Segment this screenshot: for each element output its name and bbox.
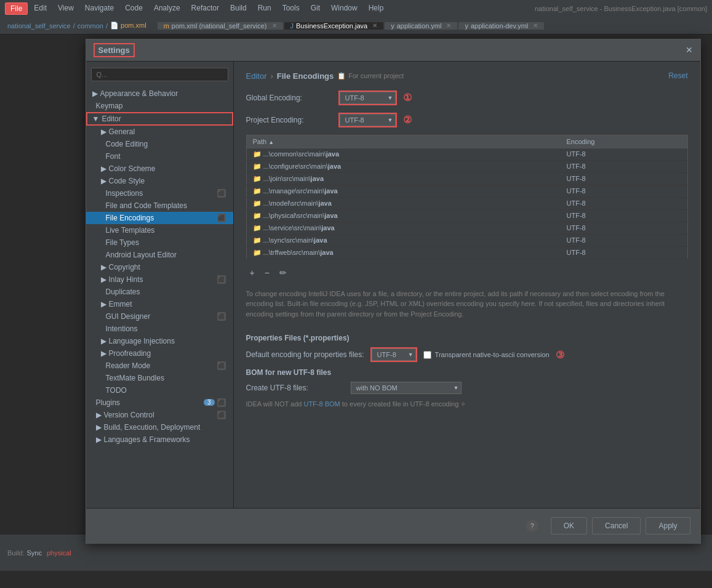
nav-item-copyright[interactable]: ▶ Copyright	[86, 261, 233, 273]
project-encoding-select[interactable]: UTF-8 UTF-16 ISO-8859-1	[340, 114, 396, 126]
nav-item-languages[interactable]: ▶ Languages & Frameworks	[86, 433, 233, 446]
tab-businessexception[interactable]: J BusinessException.java ✕	[284, 22, 384, 30]
menu-git[interactable]: Git	[306, 2, 325, 15]
nav-item-appearance[interactable]: ▶ Appearance & Behavior	[86, 87, 233, 100]
menu-edit[interactable]: Edit	[29, 2, 52, 15]
nav-item-inlay-hints[interactable]: ▶ Inlay Hints ⬛	[86, 273, 233, 286]
tab-application-yml[interactable]: y application.yml ✕	[385, 22, 457, 30]
nav-item-live-templates[interactable]: Live Templates	[86, 224, 233, 236]
help-button[interactable]: ?	[526, 520, 538, 532]
menu-navigate[interactable]: Navigate	[80, 2, 119, 15]
folder-icon: 📁	[253, 175, 262, 182]
menu-analyze[interactable]: Analyze	[149, 2, 185, 15]
dialog-close-button[interactable]: ✕	[686, 45, 693, 55]
path-prefix: ...\service\src\main\	[263, 224, 322, 232]
nav-item-textmate-bundles[interactable]: TextMate Bundles	[86, 372, 233, 384]
nav-item-gui-designer[interactable]: GUI Designer ⬛	[86, 310, 233, 323]
arrow-general: ▶	[101, 127, 106, 136]
tab-close-dev-yml[interactable]: ✕	[533, 22, 538, 29]
nav-item-android-layout[interactable]: Android Layout Editor	[86, 249, 233, 261]
nav-item-emmet[interactable]: ▶ Emmet	[86, 298, 233, 310]
tab-application-dev-yml[interactable]: y application-dev.yml ✕	[458, 22, 544, 30]
nav-section: ▶ Appearance & Behavior Keymap ▼ Editor	[86, 86, 233, 447]
default-encoding-select[interactable]: UTF-8 UTF-16	[372, 348, 416, 361]
table-row[interactable]: 📁 ...\manage\src\main\java UTF-8	[246, 185, 687, 197]
nav-item-code-editing[interactable]: Code Editing	[86, 138, 233, 150]
tab-close-pom[interactable]: ✕	[272, 22, 277, 29]
bom-select[interactable]: with NO BOM with BOM	[351, 382, 462, 394]
table-row[interactable]: 📁 ...\trffweb\src\main\java UTF-8	[246, 246, 687, 259]
table-row[interactable]: 📁 ...\service\src\main\java UTF-8	[246, 222, 687, 234]
tab-icon-yml: y	[391, 22, 394, 30]
cancel-button[interactable]: Cancel	[592, 517, 641, 534]
nav-item-proofreading[interactable]: ▶ Proofreading	[86, 347, 233, 360]
nav-item-duplicates[interactable]: Duplicates	[86, 286, 233, 298]
remove-encoding-button[interactable]: −	[261, 267, 273, 279]
col-path[interactable]: Path ▲	[246, 135, 561, 148]
nav-item-file-encodings[interactable]: File Encodings ⬛	[86, 212, 233, 224]
settings-search-input[interactable]	[91, 68, 228, 81]
table-row[interactable]: 📁 ...\common\src\main\java UTF-8	[246, 148, 687, 160]
menu-code[interactable]: Code	[120, 2, 148, 15]
tab-close-java[interactable]: ✕	[372, 22, 377, 29]
nav-item-file-code-templates[interactable]: File and Code Templates	[86, 199, 233, 212]
breadcrumb-part-1[interactable]: national_self_service	[7, 22, 71, 30]
menu-tools[interactable]: Tools	[278, 2, 305, 15]
nav-item-build-exec[interactable]: ▶ Build, Execution, Deployment	[86, 421, 233, 433]
reader-mode-badge: ⬛	[217, 361, 226, 370]
nav-item-plugins[interactable]: Plugins 3 ⬛	[86, 397, 233, 409]
nav-item-editor[interactable]: ▼ Editor	[86, 112, 233, 126]
menu-help[interactable]: Help	[364, 2, 389, 15]
table-cell-encoding: UTF-8	[561, 209, 687, 222]
nav-label-appearance: Appearance & Behavior	[100, 89, 178, 98]
project-scope: 📋 For current project	[337, 72, 404, 80]
nav-item-inspections[interactable]: Inspections ⬛	[86, 187, 233, 199]
menu-window[interactable]: Window	[326, 2, 362, 15]
nav-item-intentions[interactable]: Intentions	[86, 323, 233, 335]
menu-build[interactable]: Build	[225, 2, 252, 15]
nav-item-color-scheme[interactable]: ▶ Color Scheme	[86, 163, 233, 175]
tab-close-yml[interactable]: ✕	[446, 22, 451, 29]
table-row[interactable]: 📁 ...\physical\src\main\java UTF-8	[246, 209, 687, 222]
nav-item-version-control[interactable]: ▶ Version Control ⬛	[86, 409, 233, 421]
edit-encoding-button[interactable]: ✏	[276, 267, 290, 279]
file-encodings-badge: ⬛	[217, 214, 226, 222]
col-encoding[interactable]: Encoding	[561, 135, 687, 148]
nav-item-code-style[interactable]: ▶ Code Style	[86, 175, 233, 187]
add-encoding-button[interactable]: +	[246, 267, 258, 279]
table-row[interactable]: 📁 ...\join\src\main\java UTF-8	[246, 172, 687, 185]
transparent-checkbox[interactable]	[423, 351, 431, 359]
nav-item-language-injections[interactable]: ▶ Language Injections	[86, 335, 233, 347]
annotation-3: ③	[556, 349, 564, 361]
nav-label-file-encodings: File Encodings	[106, 214, 154, 222]
table-row[interactable]: 📁 ...\configure\src\main\java UTF-8	[246, 160, 687, 172]
dialog-title-bar: Settings ✕	[86, 39, 700, 62]
nav-item-keymap[interactable]: Keymap	[86, 100, 233, 112]
menu-view[interactable]: View	[53, 2, 79, 15]
table-row[interactable]: 📁 ...\model\src\main\java UTF-8	[246, 197, 687, 209]
tab-pom-xml[interactable]: m pom.xml (national_self_service) ✕	[158, 22, 283, 30]
gui-designer-badge: ⬛	[217, 312, 226, 321]
nav-item-general[interactable]: ▶ General	[86, 126, 233, 138]
breadcrumb-part-3[interactable]: 📄 pom.xml	[110, 22, 146, 30]
nav-item-reader-mode[interactable]: Reader Mode ⬛	[86, 360, 233, 372]
nav-item-font[interactable]: Font	[86, 150, 233, 163]
breadcrumb-part-2[interactable]: common	[78, 22, 103, 30]
global-encoding-select[interactable]: UTF-8 UTF-16 ISO-8859-1	[340, 92, 396, 104]
nav-label-duplicates: Duplicates	[106, 288, 140, 296]
reset-link[interactable]: Reset	[668, 71, 687, 80]
table-cell-encoding: UTF-8	[561, 185, 687, 197]
table-cell-path: 📁 ...\service\src\main\java	[246, 222, 561, 234]
nav-item-file-types[interactable]: File Types	[86, 236, 233, 249]
table-cell-encoding: UTF-8	[561, 222, 687, 234]
content-header: Editor › File Encodings 📋 For current pr…	[246, 71, 688, 81]
bom-link[interactable]: UTF-8 BOM	[303, 400, 340, 408]
path-prefix: ...\common\src\main\	[263, 150, 326, 158]
menu-file[interactable]: File	[5, 2, 28, 15]
table-row[interactable]: 📁 ...\sync\src\main\java UTF-8	[246, 234, 687, 246]
ok-button[interactable]: OK	[551, 517, 587, 534]
menu-run[interactable]: Run	[253, 2, 276, 15]
apply-button[interactable]: Apply	[646, 517, 690, 534]
nav-item-todo[interactable]: TODO	[86, 384, 233, 397]
menu-refactor[interactable]: Refactor	[186, 2, 224, 15]
